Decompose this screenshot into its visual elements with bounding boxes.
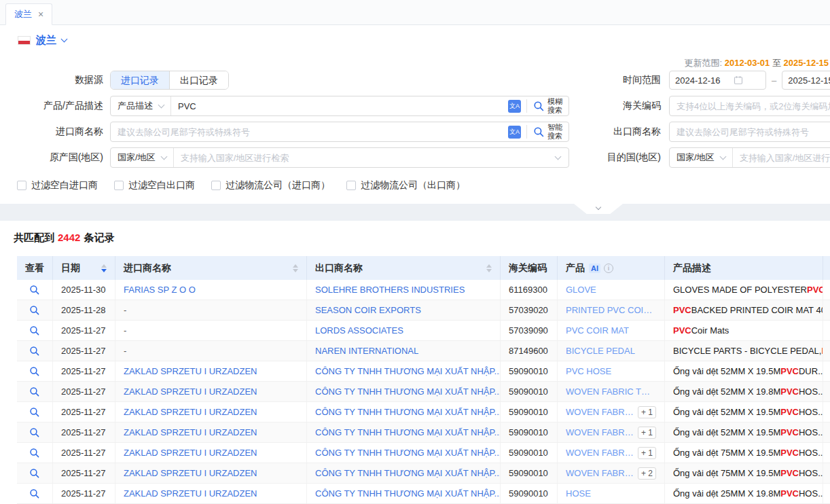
country-selector[interactable]: 波兰 — [18, 34, 67, 47]
product-tag-link[interactable]: PVC HOSE — [566, 366, 611, 376]
checkbox-filter-logistics-exporter[interactable]: 过滤物流公司（出口商） — [346, 179, 465, 192]
sort-asc-icon[interactable] — [293, 264, 298, 268]
exporter-link[interactable]: CÔNG TY TNHH THƯƠNG MẠI XUẤT NHẬP... — [315, 468, 501, 478]
importer-link[interactable]: ZAKLAD SPRZETU I URZADZEN — [124, 468, 257, 478]
product-tag-link[interactable]: PVC COIR MAT — [566, 325, 629, 336]
product-tag-link[interactable]: WOVEN FABRIC ... — [566, 427, 634, 437]
sort-desc-icon[interactable] — [486, 269, 492, 272]
view-record-button[interactable] — [29, 305, 40, 316]
product-tag-link[interactable]: WOVEN FABRIC ... — [566, 468, 634, 478]
sort-desc-icon[interactable] — [293, 269, 298, 272]
close-icon[interactable]: × — [38, 10, 43, 19]
info-icon[interactable]: i — [604, 264, 613, 273]
view-record-button[interactable] — [29, 468, 40, 479]
view-record-button[interactable] — [29, 346, 40, 357]
app-window: 波兰 × 波兰 更新范围: 2012-03-01 至 2025-12-15 数据… — [0, 0, 830, 504]
origin-country-input[interactable] — [174, 153, 550, 163]
exporter-link[interactable]: SEASON COIR EXPORTS — [315, 305, 421, 315]
importer-name-input[interactable] — [111, 127, 508, 137]
checkbox-icon[interactable] — [114, 181, 124, 190]
product-tag-link[interactable]: HOSE — [566, 488, 591, 499]
date-to-input[interactable] — [788, 75, 830, 86]
checkbox-filter-blank-exporter[interactable]: 过滤空白出口商 — [114, 179, 195, 192]
view-record-button[interactable] — [29, 407, 40, 418]
date-to-picker[interactable] — [782, 71, 830, 90]
product-tag-link[interactable]: GLOVE — [566, 285, 596, 295]
importer-link[interactable]: ZAKLAD SPRZETU I URZADZEN — [124, 407, 257, 417]
hs-code-input[interactable] — [670, 101, 830, 111]
more-products-badge[interactable]: + 2 — [638, 467, 656, 480]
exporter-name-input[interactable] — [670, 127, 830, 137]
sort-asc-icon[interactable] — [486, 264, 492, 268]
view-record-button[interactable] — [29, 488, 40, 499]
checkbox-icon[interactable] — [17, 181, 26, 190]
exporter-link[interactable]: NAREN INTERNATIONAL — [315, 346, 418, 356]
product-tag-link[interactable]: WOVEN FABRIC ... — [566, 407, 634, 417]
magnifier-icon — [29, 305, 40, 316]
more-products-badge[interactable]: + 1 — [638, 427, 656, 439]
exporter-link[interactable]: CÔNG TY TNHH THƯƠNG MẠI XUẤT NHẬP... — [315, 386, 501, 397]
sort-exporter-button[interactable] — [486, 264, 492, 272]
product-tag-link[interactable]: WOVEN FABRIC TUBE — [566, 386, 656, 397]
exporter-link[interactable]: CÔNG TY TNHH THƯƠNG MẠI XUẤT NHẬP... — [315, 448, 501, 458]
magnifier-icon — [29, 325, 40, 336]
fuzzy-search-button[interactable]: 模糊搜索 — [527, 96, 569, 115]
hs-code: 59090010 — [501, 422, 558, 442]
exporter-link[interactable]: CÔNG TY TNHH THƯƠNG MẠI XUẤT NHẬP... — [315, 366, 501, 376]
destination-country-input[interactable] — [733, 153, 830, 163]
product-tag-link[interactable]: PRINTED PVC COIR M... — [566, 305, 656, 315]
product-description: Ống vải dệt 75MM X 19.5M PVC HOS... — [665, 443, 823, 463]
product-description: BICYCLE PARTS - BICYCLE PEDAL, PVC — [665, 341, 823, 361]
checkbox-filter-logistics-importer[interactable]: 过滤物流公司（进口商） — [211, 179, 330, 192]
product-label: 产品/产品描述 — [17, 100, 103, 112]
view-record-button[interactable] — [29, 285, 40, 295]
product-tag-link[interactable]: BICYCLE PEDAL — [566, 346, 635, 356]
product-tag-link[interactable]: WOVEN FABRIC ... — [566, 448, 634, 458]
importer-link[interactable]: - — [124, 305, 126, 315]
exporter-link[interactable]: CÔNG TY TNHH THƯƠNG MẠI XUẤT NHẬP... — [315, 488, 501, 499]
destination-country-select[interactable]: 国家/地区 — [670, 148, 733, 167]
checkbox-icon[interactable] — [211, 181, 221, 190]
importer-link[interactable]: FARIAS SP Z O O — [124, 285, 196, 295]
importer-link[interactable]: ZAKLAD SPRZETU I URZADZEN — [124, 427, 257, 437]
view-record-button[interactable] — [29, 366, 40, 377]
importer-link[interactable]: - — [124, 325, 126, 336]
export-records-tab[interactable]: 出口记录 — [169, 71, 228, 89]
date-from-input[interactable] — [675, 75, 734, 86]
exporter-link[interactable]: LORDS ASSOCIATES — [315, 325, 403, 336]
tab-poland[interactable]: 波兰 × — [5, 3, 52, 25]
table-header: 查看 日期 进口商名称 出口商名称 — [17, 256, 830, 280]
importer-link[interactable]: ZAKLAD SPRZETU I URZADZEN — [124, 448, 257, 458]
exporter-link[interactable]: CÔNG TY TNHH THƯƠNG MẠI XUẤT NHẬP... — [315, 407, 501, 417]
importer-link[interactable]: ZAKLAD SPRZETU I URZADZEN — [124, 366, 257, 376]
origin-country-select[interactable]: 国家/地区 — [111, 148, 174, 167]
product-type-select[interactable]: 产品描述 — [111, 96, 171, 115]
view-record-button[interactable] — [29, 386, 40, 397]
product-description: GLOVES MADE OF POLYESTER PVC C... — [665, 280, 823, 300]
translate-icon[interactable]: 文A — [508, 126, 521, 139]
exporter-link[interactable]: CÔNG TY TNHH THƯƠNG MẠI XUẤT NHẬP... — [315, 427, 501, 437]
exporter-link[interactable]: SOLEHRE BROTHERS INDUSTRIES — [315, 285, 465, 295]
view-record-button[interactable] — [29, 427, 40, 438]
checkbox-icon[interactable] — [346, 181, 356, 190]
product-search-input[interactable] — [171, 101, 508, 111]
importer-link[interactable]: ZAKLAD SPRZETU I URZADZEN — [124, 386, 257, 397]
importer-link[interactable]: - — [124, 346, 126, 356]
sort-desc-icon[interactable] — [101, 269, 107, 272]
sort-importer-button[interactable] — [293, 264, 298, 272]
view-record-button[interactable] — [29, 448, 40, 458]
import-records-tab[interactable]: 进口记录 — [111, 71, 169, 89]
collapse-filter-handle[interactable] — [574, 204, 623, 214]
date-from-picker[interactable] — [669, 71, 766, 90]
importer-link[interactable]: ZAKLAD SPRZETU I URZADZEN — [124, 488, 257, 499]
sort-date-button[interactable] — [101, 264, 107, 272]
more-products-badge[interactable]: + 1 — [638, 447, 656, 459]
checkbox-filter-blank-importer[interactable]: 过滤空白进口商 — [17, 179, 98, 192]
smart-search-button[interactable]: 智能搜索 — [527, 122, 569, 141]
translate-icon[interactable]: 文A — [508, 100, 521, 113]
panel-divider — [0, 204, 830, 221]
more-products-badge[interactable]: + 1 — [638, 406, 656, 418]
view-record-button[interactable] — [29, 325, 40, 336]
sort-asc-icon[interactable] — [101, 264, 107, 268]
time-range-row: 时间范围 – — [600, 71, 830, 90]
